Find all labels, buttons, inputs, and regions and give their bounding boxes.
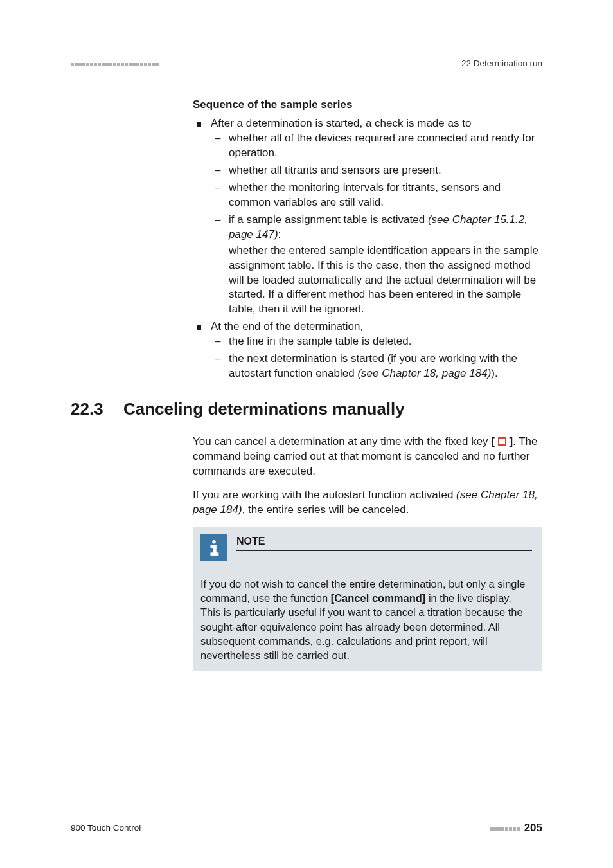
footer-right: 205: [490, 821, 542, 836]
sample-series-list: After a determination is started, a chec…: [193, 116, 542, 381]
dash-text-a: if a sample assignment table is activate…: [229, 213, 428, 226]
bullet-text: After a determination is started, a chec…: [211, 117, 471, 129]
sublist: the line in the sample table is deleted.…: [211, 334, 542, 381]
dash-text: whether all titrants and sensors are pre…: [229, 164, 441, 176]
p2-text-b: , the entire series will be canceled.: [242, 503, 409, 516]
bullet-text: At the end of the determination,: [211, 320, 363, 332]
p2-text-a: If you are working with the autostart fu…: [193, 489, 456, 501]
note-header: NOTE: [200, 534, 532, 561]
page-footer: 900 Touch Control 205: [71, 821, 542, 836]
cross-reference: (see Chapter 18, page 184): [357, 367, 491, 379]
note-body: If you do not wish to cancel the entire …: [200, 577, 532, 663]
p1-text-a: You can cancel a determination at any ti…: [193, 435, 491, 448]
svg-rect-2: [213, 545, 217, 553]
svg-point-0: [212, 540, 216, 544]
paragraph-autostart: If you are working with the autostart fu…: [193, 488, 542, 518]
cancel-command-label: [Cancel command]: [331, 592, 426, 604]
colon: :: [278, 228, 281, 240]
header-section-label: 22 Determination run: [461, 58, 542, 69]
sample-series-heading: Sequence of the sample series: [193, 98, 542, 113]
footer-product-name: 900 Touch Control: [71, 822, 141, 834]
list-item: whether all titrants and sensors are pre…: [211, 163, 542, 178]
section-number: 22.3: [71, 398, 123, 420]
stop-key-icon: [498, 437, 506, 446]
note-title: NOTE: [236, 534, 532, 552]
section-body: You can cancel a determination at any ti…: [193, 435, 542, 671]
dash-text-b: whether the entered sample identificatio…: [229, 244, 542, 318]
list-item: the next determination is started (if yo…: [211, 352, 542, 381]
paragraph-cancel-intro: You can cancel a determination at any ti…: [193, 435, 542, 479]
list-item: whether all of the devices required are …: [211, 131, 542, 161]
list-item: After a determination is started, a chec…: [193, 116, 542, 317]
dash-text: whether all of the devices required are …: [229, 132, 535, 159]
list-item: At the end of the determination, the lin…: [193, 320, 542, 381]
note-box: NOTE If you do not wish to cancel the en…: [193, 527, 542, 672]
info-icon: [200, 534, 227, 561]
note-title-wrap: NOTE: [236, 534, 532, 552]
section-heading: 22.3 Canceling determinations manually: [71, 398, 542, 420]
list-item: whether the monitoring intervals for tit…: [211, 181, 542, 210]
footer-ornament: [490, 822, 520, 834]
dash-text: the line in the sample table is deleted.: [229, 335, 411, 347]
dash-text: whether the monitoring intervals for tit…: [229, 181, 501, 208]
svg-rect-3: [211, 552, 219, 556]
header-ornament-left: [71, 58, 159, 69]
page-number: 205: [524, 821, 542, 836]
section-title: Canceling determinations manually: [123, 398, 405, 420]
page-header: 22 Determination run: [71, 58, 542, 69]
dash-text-b: ).: [491, 367, 497, 379]
sublist: whether all of the devices required are …: [211, 131, 542, 317]
list-item: if a sample assignment table is activate…: [211, 213, 542, 318]
list-item: the line in the sample table is deleted.: [211, 334, 542, 349]
key-bracket-open: [: [491, 435, 497, 448]
main-content: Sequence of the sample series After a de…: [193, 98, 542, 381]
key-bracket-close: ]: [506, 435, 513, 448]
